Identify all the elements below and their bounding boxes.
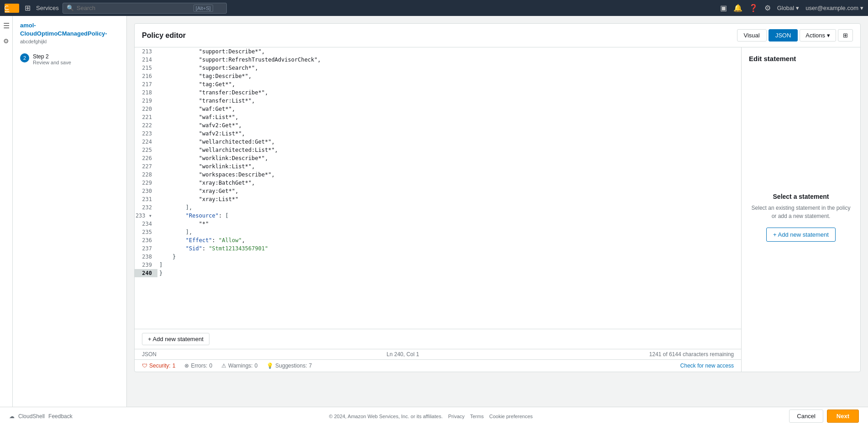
table-row[interactable]: 236 "Effect": "Allow",: [135, 236, 741, 244]
step-2-item[interactable]: 2 Step 2 Review and save: [20, 53, 119, 65]
line-number: 238: [135, 253, 157, 261]
status-lang: JSON: [142, 351, 157, 358]
code-scroll[interactable]: 213 "support:Describe*",214 "support:Ref…: [135, 47, 741, 329]
table-row[interactable]: 216 "tag:Describe*",: [135, 72, 741, 80]
line-content: "Resource": [: [157, 212, 741, 220]
actions-button[interactable]: Actions ▾: [800, 29, 836, 41]
line-content: "wellarchitected:List*",: [157, 146, 741, 154]
line-content: "worklink:Describe*",: [157, 154, 741, 162]
table-row[interactable]: 223 "wafv2:List*",: [135, 130, 741, 138]
warnings-count: 0: [255, 363, 258, 369]
table-row[interactable]: 240}: [135, 269, 741, 277]
line-content: "wafv2:Get*",: [157, 121, 741, 130]
footer-copyright: © 2024, Amazon Web Services, Inc. or its…: [329, 414, 443, 419]
steps-list: 2 Step 2 Review and save: [20, 53, 119, 65]
line-content: "support:Search*",: [157, 64, 741, 72]
suggestions-icon: 💡: [267, 363, 273, 369]
table-row[interactable]: 224 "wellarchitected:Get*",: [135, 138, 741, 146]
step-2-number: 2: [20, 53, 29, 62]
table-row[interactable]: 217 "tag:Get*",: [135, 80, 741, 88]
line-content: ],: [157, 228, 741, 236]
table-row[interactable]: 219 "transfer:List*",: [135, 97, 741, 105]
search-input[interactable]: [77, 5, 191, 11]
bell-icon[interactable]: 🔔: [733, 4, 743, 12]
editor-header: Policy editor Visual JSON Actions ▾ ⊞: [135, 24, 860, 47]
line-number: 216: [135, 72, 157, 80]
line-content: "Sid": "Stmt121343567901": [157, 244, 741, 253]
tab-visual[interactable]: Visual: [737, 29, 767, 41]
line-content: "xray:Get*",: [157, 187, 741, 195]
footer-terms-link[interactable]: Terms: [470, 414, 484, 419]
table-row[interactable]: 226 "worklink:Describe*",: [135, 154, 741, 162]
table-row[interactable]: 215 "support:Search*",: [135, 64, 741, 72]
validation-bar: 🛡 Security: 1 ⊗ Errors: 0 ⚠ Warnings: 0: [135, 359, 741, 372]
check-new-access-link[interactable]: Check for new access: [680, 363, 734, 369]
line-content: "wellarchitected:Get*",: [157, 138, 741, 146]
table-row[interactable]: 213 "support:Describe*",: [135, 47, 741, 56]
table-row[interactable]: 239]: [135, 261, 741, 269]
table-row[interactable]: 214 "support:RefreshTrustedAdvisorCheck"…: [135, 56, 741, 64]
table-row[interactable]: 229 "xray:BatchGet*",: [135, 179, 741, 187]
step-2-sub: Review and save: [33, 60, 71, 65]
user-menu[interactable]: user@example.com ▾: [805, 5, 863, 11]
security-count: 1: [173, 363, 176, 369]
table-row[interactable]: 234 "*": [135, 220, 741, 228]
chevron-down-icon: ▾: [796, 5, 799, 11]
footer-cookie-link[interactable]: Cookie preferences: [489, 414, 533, 419]
svg-text:aws: aws: [5, 10, 10, 12]
line-content: ]: [157, 261, 741, 269]
error-icon: ⊗: [184, 363, 189, 369]
table-row[interactable]: 233 ▾ "Resource": [: [135, 212, 741, 220]
table-row[interactable]: 235 ],: [135, 228, 741, 236]
line-number: 214: [135, 56, 157, 64]
next-button[interactable]: Next: [827, 409, 859, 423]
settings-icon[interactable]: ⚙: [764, 4, 771, 12]
line-number: 239: [135, 261, 157, 269]
table-row[interactable]: 232 ],: [135, 203, 741, 212]
line-number: 229: [135, 179, 157, 187]
table-row[interactable]: 237 "Sid": "Stmt121343567901": [135, 244, 741, 253]
search-icon: 🔍: [67, 5, 74, 11]
table-row[interactable]: 220 "waf:Get*",: [135, 105, 741, 113]
grid-icon[interactable]: ⊞: [23, 2, 32, 14]
add-new-statement-panel-button[interactable]: + Add new statement: [766, 228, 836, 242]
table-row[interactable]: 225 "wellarchitected:List*",: [135, 146, 741, 154]
line-number: 213: [135, 47, 157, 56]
sidebar-toggle[interactable]: ☰: [1, 20, 11, 32]
line-number: 233 ▾: [135, 212, 157, 220]
footer-right: Cancel Next: [789, 409, 859, 423]
line-content: "transfer:Describe*",: [157, 88, 741, 97]
search-bar[interactable]: 🔍 [Alt+S]: [63, 3, 227, 14]
step-2-label: Step 2: [33, 53, 71, 60]
footer-privacy-link[interactable]: Privacy: [448, 414, 465, 419]
line-content: "worklink:List*",: [157, 162, 741, 171]
security-label: Security:: [149, 363, 171, 369]
line-number: 234: [135, 220, 157, 228]
table-row[interactable]: 238 }: [135, 253, 741, 261]
cloudshell-label[interactable]: CloudShell: [18, 413, 45, 420]
line-content: "Effect": "Allow",: [157, 236, 741, 244]
chevron-down-icon: ▾: [860, 5, 863, 11]
cancel-button[interactable]: Cancel: [789, 409, 823, 423]
services-nav-link[interactable]: Services: [36, 5, 59, 11]
help-icon[interactable]: ❓: [749, 4, 758, 12]
errors-label: Errors:: [191, 363, 207, 369]
tab-json[interactable]: JSON: [769, 29, 798, 41]
add-new-statement-bottom-button[interactable]: + Add new statement: [142, 333, 209, 345]
table-row[interactable]: 218 "transfer:Describe*",: [135, 88, 741, 97]
table-row[interactable]: 230 "xray:Get*",: [135, 187, 741, 195]
table-row[interactable]: 221 "waf:List*",: [135, 113, 741, 121]
region-selector[interactable]: Global ▾: [777, 5, 800, 11]
table-row[interactable]: 227 "worklink:List*",: [135, 162, 741, 171]
edit-panel-title: Edit statement: [749, 55, 853, 62]
table-row[interactable]: 222 "wafv2:Get*",: [135, 121, 741, 130]
warning-icon: ⚠: [221, 363, 226, 369]
line-number: 215: [135, 64, 157, 72]
sidebar-settings-icon[interactable]: ⚙: [3, 37, 9, 45]
table-row[interactable]: 228 "workspaces:Describe*",: [135, 171, 741, 179]
validation-errors: ⊗ Errors: 0: [184, 363, 212, 369]
editor-icon-button[interactable]: ⊞: [838, 29, 853, 41]
terminal-icon[interactable]: ▣: [720, 4, 727, 12]
table-row[interactable]: 231 "xray:List*": [135, 195, 741, 203]
feedback-link[interactable]: Feedback: [48, 413, 73, 420]
